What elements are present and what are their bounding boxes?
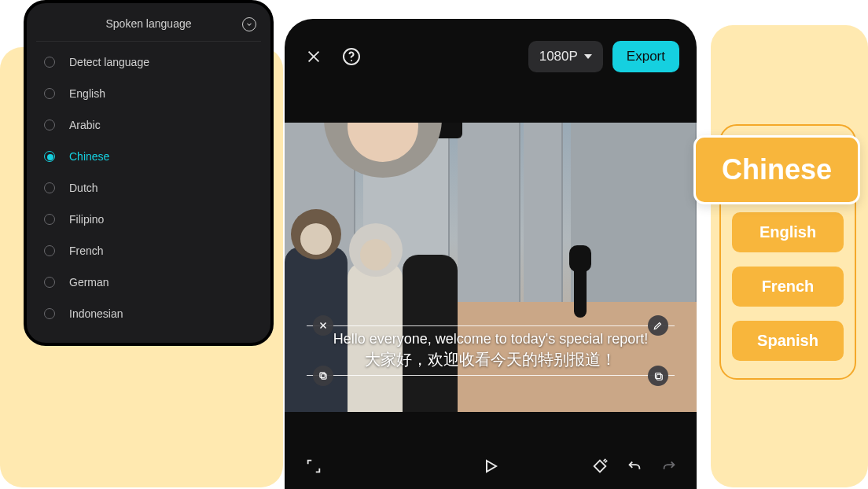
language-option-label: German: [69, 276, 109, 289]
radio-icon: [44, 277, 55, 288]
radio-icon: [44, 245, 55, 256]
language-option-label: English: [69, 87, 105, 100]
export-button[interactable]: Export: [612, 41, 679, 72]
caption-english: Hello everyone, welcome to today's speci…: [326, 331, 656, 347]
close-button[interactable]: [302, 45, 326, 68]
radio-icon: [44, 308, 55, 319]
language-option[interactable]: French: [27, 235, 270, 267]
language-option-label: Detect language: [69, 56, 149, 68]
chevron-down-icon: [584, 54, 592, 59]
play-button[interactable]: [479, 454, 502, 478]
caption-chinese: 大家好，欢迎收看今天的特别报道！: [326, 349, 656, 370]
spoken-language-header: Spoken language: [36, 17, 261, 42]
language-option-label: Filipino: [69, 213, 104, 226]
caption-copy-button[interactable]: [313, 366, 333, 386]
language-option-label: French: [69, 244, 104, 257]
svg-point-3: [351, 60, 352, 61]
undo-button[interactable]: [624, 456, 645, 476]
language-option[interactable]: Arabic: [27, 109, 270, 141]
language-option[interactable]: Dutch: [27, 172, 270, 204]
spoken-language-panel: Spoken language Detect languageEnglishAr…: [24, 0, 274, 346]
svg-line-13: [605, 461, 607, 463]
svg-line-12: [604, 459, 606, 461]
language-option[interactable]: Indonesian: [27, 298, 270, 329]
caption-delete-button[interactable]: [313, 315, 333, 336]
caption-box[interactable]: Hello everyone, welcome to today's speci…: [307, 325, 675, 376]
svg-rect-9: [657, 374, 662, 380]
language-option[interactable]: German: [27, 267, 270, 298]
language-option-label: Arabic: [69, 119, 101, 131]
radio-icon: [44, 88, 55, 99]
language-option[interactable]: English: [27, 78, 270, 109]
svg-rect-6: [322, 374, 326, 379]
language-option-label: Indonesian: [69, 307, 123, 320]
svg-marker-11: [594, 461, 606, 472]
fullscreen-button[interactable]: [302, 454, 326, 478]
target-language-selected[interactable]: Chinese: [693, 135, 860, 204]
editor-top-bar: 1080P Export: [285, 19, 697, 77]
language-option-label: Chinese: [69, 150, 109, 163]
caption-edit-button[interactable]: [648, 315, 668, 336]
svg-rect-8: [656, 373, 661, 379]
target-language-chip[interactable]: French: [732, 267, 844, 307]
radio-icon: [44, 151, 55, 162]
spoken-language-title: Spoken language: [106, 17, 192, 30]
radio-icon: [44, 57, 55, 68]
keyframe-button[interactable]: [590, 456, 610, 476]
language-option[interactable]: Chinese: [27, 141, 270, 172]
video-preview[interactable]: Hello everyone, welcome to today's speci…: [285, 123, 697, 412]
language-option[interactable]: Filipino: [27, 204, 270, 235]
svg-marker-10: [487, 461, 496, 472]
language-list: Detect languageEnglishArabicChineseDutch…: [27, 42, 270, 334]
target-language-chip[interactable]: English: [732, 212, 844, 252]
collapse-icon[interactable]: [242, 17, 256, 31]
language-option-label: Dutch: [69, 182, 98, 194]
microphone-icon: [574, 263, 587, 318]
radio-icon: [44, 182, 55, 193]
caption-resize-handle[interactable]: [648, 366, 668, 386]
language-option[interactable]: Detect language: [27, 46, 270, 78]
redo-button[interactable]: [659, 456, 679, 476]
resolution-dropdown[interactable]: 1080P: [528, 41, 603, 72]
target-language-chip[interactable]: Spanish: [732, 321, 844, 361]
help-button[interactable]: [340, 45, 363, 68]
resolution-label: 1080P: [539, 49, 578, 64]
radio-icon: [44, 214, 55, 225]
video-editor: 1080P Export Hel: [285, 19, 697, 489]
svg-rect-7: [320, 373, 325, 377]
radio-icon: [44, 119, 55, 131]
editor-bottom-bar: [285, 443, 697, 489]
